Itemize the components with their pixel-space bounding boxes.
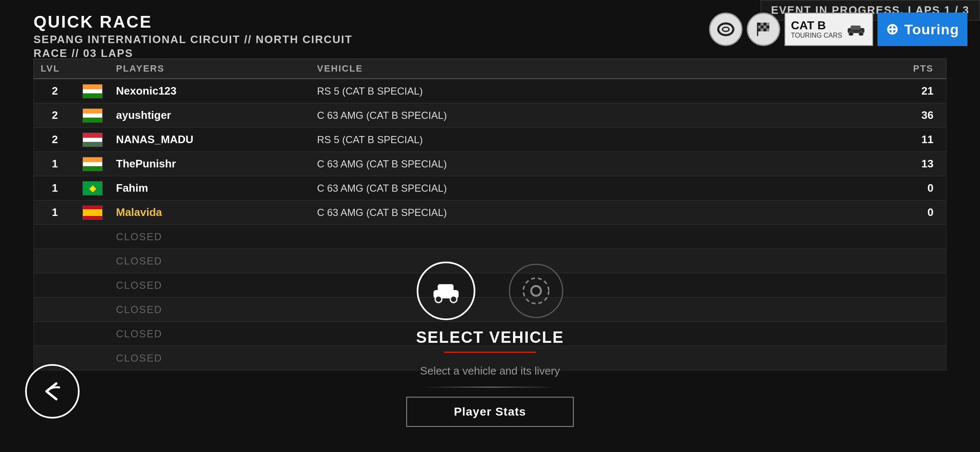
player-flag	[76, 133, 109, 147]
svg-point-22	[450, 296, 457, 303]
player-vehicle: C 63 AMG (CAT B SPECIAL)	[310, 158, 879, 170]
brazil-flag-icon	[83, 181, 103, 195]
header-flag	[76, 63, 109, 74]
closed-row: CLOSED	[34, 225, 946, 249]
touring-badge: ⊕ Touring	[877, 13, 967, 46]
india-flag-icon	[83, 84, 103, 98]
table-row: 1 Fahim C 63 AMG (CAT B SPECIAL) 0	[34, 176, 946, 200]
vehicle-icons-row	[417, 262, 563, 320]
svg-rect-16	[851, 26, 861, 30]
svg-point-18	[859, 32, 863, 36]
back-button[interactable]	[25, 364, 80, 419]
player-flag	[76, 205, 109, 220]
player-pts: 11	[879, 133, 946, 146]
player-flag	[76, 181, 109, 195]
svg-rect-8	[763, 26, 766, 28]
player-stats-button[interactable]: Player Stats	[406, 397, 574, 427]
player-pts: 13	[879, 157, 946, 170]
player-vehicle: C 63 AMG (CAT B SPECIAL)	[310, 207, 879, 218]
divider	[423, 387, 557, 388]
player-lvl: 1	[34, 182, 76, 195]
circuit-name: SEPANG INTERNATIONAL CIRCUIT // NORTH CI…	[34, 33, 353, 46]
svg-rect-11	[761, 28, 763, 31]
table-row: 2 Nexonic123 RS 5 (CAT B SPECIAL) 21	[34, 79, 946, 103]
player-pts: 21	[879, 85, 946, 98]
player-flag	[76, 84, 109, 98]
svg-rect-5	[766, 23, 769, 26]
cat-b-sublabel: TOURING CARS	[791, 32, 842, 39]
race-header: QUICK RACE SEPANG INTERNATIONAL CIRCUIT …	[34, 13, 353, 60]
svg-point-17	[849, 32, 853, 36]
player-pts: 0	[879, 182, 946, 195]
closed-label: CLOSED	[109, 231, 310, 243]
header-vehicle: VEHICLE	[310, 63, 879, 74]
svg-point-24	[524, 278, 549, 304]
svg-point-1	[722, 27, 729, 31]
player-vehicle: RS 5 (CAT B SPECIAL)	[310, 85, 879, 97]
player-name: Nexonic123	[109, 85, 310, 98]
player-lvl: 1	[34, 206, 76, 219]
select-vehicle-button[interactable]	[417, 262, 475, 320]
race-type: RACE // 03 LAPS	[34, 47, 353, 60]
player-lvl: 2	[34, 133, 76, 146]
spain-flag-icon	[83, 205, 103, 220]
top-icons-area: CAT B TOURING CARS ⊕ Touring	[709, 13, 967, 46]
india-flag-icon	[83, 108, 103, 123]
svg-point-0	[718, 23, 733, 35]
player-flag	[76, 108, 109, 123]
player-name: ThePunishr	[109, 157, 310, 170]
hungary-flag-icon	[83, 133, 103, 147]
svg-rect-13	[766, 28, 769, 31]
svg-rect-3	[761, 23, 763, 26]
player-lvl: 2	[34, 85, 76, 98]
svg-point-23	[531, 286, 541, 295]
table-row: 1 Malavida C 63 AMG (CAT B SPECIAL) 0	[34, 200, 946, 225]
player-name: NANAS_MADU	[109, 133, 310, 146]
table-row: 1 ThePunishr C 63 AMG (CAT B SPECIAL) 13	[34, 152, 946, 176]
player-lvl: 1	[34, 157, 76, 170]
checkered-flag-icon	[747, 13, 780, 46]
settings-button[interactable]	[509, 264, 563, 318]
select-vehicle-sub: Select a vehicle and its livery	[420, 365, 560, 378]
svg-rect-4	[763, 23, 766, 26]
header-lvl: LVL	[34, 63, 76, 74]
touring-label: Touring	[904, 21, 959, 38]
player-vehicle: C 63 AMG (CAT B SPECIAL)	[310, 110, 879, 121]
player-pts: 0	[879, 206, 946, 219]
table-row: 2 ayushtiger C 63 AMG (CAT B SPECIAL) 36	[34, 103, 946, 128]
bottom-section: SELECT VEHICLE Select a vehicle and its …	[0, 262, 980, 427]
player-name: ayushtiger	[109, 109, 310, 122]
header-pts: PTS	[879, 63, 946, 74]
player-flag	[76, 157, 109, 171]
svg-rect-12	[763, 28, 766, 31]
circuit-icon	[709, 13, 743, 46]
svg-rect-7	[761, 26, 763, 28]
red-underline	[444, 352, 536, 353]
table-row: 2 NANAS_MADU RS 5 (CAT B SPECIAL) 11	[34, 128, 946, 152]
player-lvl: 2	[34, 109, 76, 122]
cat-b-badge: CAT B TOURING CARS	[784, 13, 873, 46]
race-title: QUICK RACE	[34, 13, 353, 31]
svg-rect-20	[438, 284, 454, 292]
player-name-highlight: Malavida	[109, 206, 310, 219]
select-vehicle-label: SELECT VEHICLE	[416, 329, 564, 347]
header-players: PLAYERS	[109, 63, 310, 74]
india-flag-icon	[83, 157, 103, 171]
player-name: Fahim	[109, 182, 310, 195]
player-pts: 36	[879, 109, 946, 122]
cat-b-label: CAT B	[791, 19, 842, 32]
player-vehicle: RS 5 (CAT B SPECIAL)	[310, 134, 879, 146]
svg-point-21	[435, 296, 442, 303]
svg-rect-9	[766, 26, 769, 28]
player-vehicle: C 63 AMG (CAT B SPECIAL)	[310, 182, 879, 194]
table-header: LVL PLAYERS VEHICLE PTS	[34, 59, 946, 79]
